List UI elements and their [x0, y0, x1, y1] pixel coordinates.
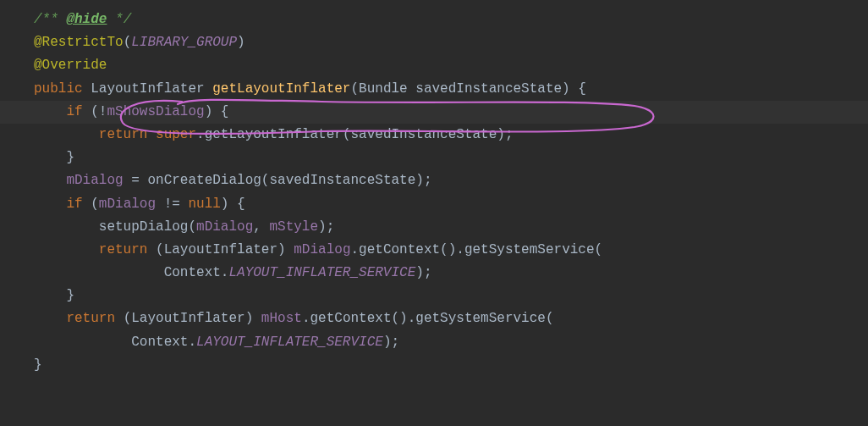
indent: [34, 311, 66, 326]
code-line: return (LayoutInflater) mDialog.getConte…: [0, 239, 868, 262]
params: (Bundle savedInstanceState) {: [350, 81, 585, 97]
code-line: mDialog = onCreateDialog(savedInstanceSt…: [0, 169, 868, 192]
punct: ) {: [221, 196, 245, 212]
code-line: Context.LAYOUT_INFLATER_SERVICE);: [0, 331, 868, 354]
code-line: }: [0, 147, 868, 169]
punct: (: [124, 35, 132, 50]
keyword: return: [99, 127, 156, 142]
code-line: }: [0, 354, 868, 377]
code-line-highlighted: if (!mShowsDialog) {: [0, 101, 868, 124]
method-call: = onCreateDialog(savedInstanceState);: [124, 173, 432, 188]
comment-text: */: [107, 12, 131, 27]
indent: [34, 242, 99, 257]
indent: Context.: [34, 265, 228, 280]
field: mDialog: [99, 196, 156, 212]
comment-text: /**: [34, 12, 66, 27]
doc-tag: @hide: [66, 12, 107, 27]
keyword: return: [99, 242, 156, 257]
method-call: .getContext().getSystemService(: [302, 311, 554, 326]
code-line: }: [0, 285, 868, 307]
type: LayoutInflater: [83, 81, 213, 97]
indent: [34, 127, 99, 142]
punct: (: [91, 196, 99, 212]
method-call: setupDialog(: [34, 219, 196, 235]
field: mHost: [261, 311, 302, 326]
method-call: .getContext().getSystemService(: [350, 242, 602, 257]
field: mDialog: [294, 242, 350, 257]
punct: (!: [91, 104, 107, 119]
method-name: getLayoutInflater: [212, 81, 350, 97]
indent: [34, 173, 66, 188]
field: mDialog: [66, 173, 123, 188]
method-call: .getLayoutInflater(savedInstanceState);: [196, 127, 513, 142]
op: !=: [156, 196, 188, 212]
indent: Context.: [34, 335, 196, 350]
annotation: @RestrictTo: [34, 35, 124, 50]
code-line: @RestrictTo(LIBRARY_GROUP): [0, 31, 868, 54]
code-editor[interactable]: /** @hide */ @RestrictTo(LIBRARY_GROUP) …: [0, 8, 868, 377]
constant: LAYOUT_INFLATER_SERVICE: [228, 265, 415, 280]
punct: );: [415, 265, 431, 280]
keyword: public: [34, 81, 83, 97]
code-line: /** @hide */: [0, 8, 868, 31]
field: mDialog: [196, 219, 253, 235]
punct: ,: [253, 219, 269, 235]
field: mStyle: [269, 219, 318, 235]
brace: }: [34, 288, 74, 303]
keyword: if: [34, 104, 91, 119]
punct: );: [318, 219, 334, 235]
punct: ) {: [205, 104, 229, 119]
keyword: if: [34, 196, 91, 212]
brace: }: [34, 357, 42, 373]
code-line: public LayoutInflater getLayoutInflater(…: [0, 78, 868, 101]
annotation: @Override: [34, 58, 107, 73]
constant: LAYOUT_INFLATER_SERVICE: [196, 335, 383, 350]
keyword: null: [188, 196, 220, 212]
code-line: if (mDialog != null) {: [0, 193, 868, 216]
field: mShowsDialog: [107, 104, 204, 119]
code-line: return super.getLayoutInflater(savedInst…: [0, 124, 868, 147]
punct: ): [237, 35, 245, 50]
brace: }: [34, 150, 74, 165]
keyword: super: [156, 127, 196, 142]
code-line: @Override: [0, 54, 868, 77]
code-line: setupDialog(mDialog, mStyle);: [0, 216, 868, 239]
keyword: return: [66, 311, 123, 326]
code-line: Context.LAYOUT_INFLATER_SERVICE);: [0, 262, 868, 285]
constant: LIBRARY_GROUP: [131, 35, 237, 50]
cast: (LayoutInflater): [156, 242, 294, 257]
cast: (LayoutInflater): [124, 311, 261, 326]
code-line: return (LayoutInflater) mHost.getContext…: [0, 307, 868, 330]
punct: );: [383, 335, 399, 350]
